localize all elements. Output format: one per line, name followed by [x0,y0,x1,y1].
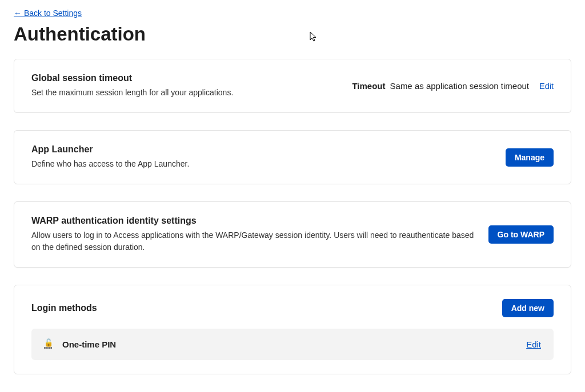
back-to-settings-link[interactable]: ← Back to Settings [14,9,82,18]
warp-desc: Allow users to log in to Access applicat… [31,229,475,253]
warp-title: WARP authentication identity settings [31,216,475,226]
timeout-value: Same as application session timeout [390,81,529,91]
card-warp: WARP authentication identity settings Al… [14,201,571,268]
login-method-name: One-time PIN [62,340,116,349]
login-methods-title: Login methods [31,303,97,313]
manage-button[interactable]: Manage [506,148,554,167]
app-launcher-desc: Define who has access to the App Launche… [31,158,477,170]
add-new-login-method-button[interactable]: Add new [502,299,554,317]
global-session-title: Global session timeout [31,73,338,83]
timeout-label: Timeout [352,81,385,91]
login-method-edit-link[interactable]: Edit [526,340,541,349]
pin-icon: 🔓 •••• [44,339,52,350]
global-session-edit-link[interactable]: Edit [539,82,554,91]
login-method-row: 🔓 •••• One-time PIN Edit [31,329,554,360]
page-title: Authentication [14,23,571,45]
app-launcher-title: App Launcher [31,144,492,155]
go-to-warp-button[interactable]: Go to WARP [488,225,554,244]
card-app-launcher: App Launcher Define who has access to th… [14,130,571,184]
global-session-desc: Set the maximum session length for all y… [31,87,338,99]
card-global-session: Global session timeout Set the maximum s… [14,59,571,113]
global-session-timeout: Timeout Same as application session time… [352,81,554,91]
card-login-methods: Login methods Add new 🔓 •••• One-time PI… [14,285,571,374]
